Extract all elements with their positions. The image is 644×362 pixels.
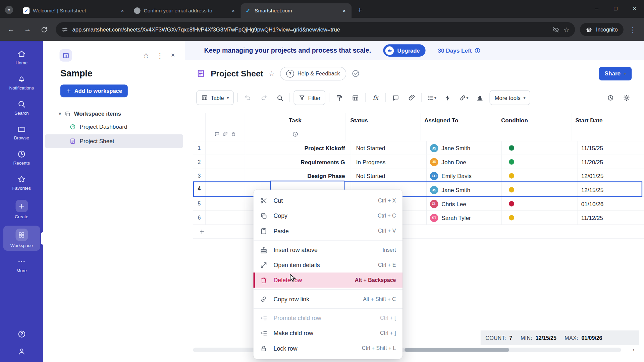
column-header-start-date[interactable]: Start Date: [572, 113, 644, 127]
share-button[interactable]: Share ▾: [599, 67, 632, 80]
row-number[interactable]: 5: [193, 197, 206, 210]
favorite-star-icon[interactable]: ☆: [143, 51, 149, 60]
row-number[interactable]: 6: [193, 211, 206, 224]
eye-off-icon[interactable]: [552, 26, 559, 33]
column-header-task[interactable]: Task: [245, 113, 345, 127]
column-header-status[interactable]: Status: [345, 113, 421, 127]
cell-start-date[interactable]: 12/01/25: [578, 169, 644, 182]
cell-assigned[interactable]: JD John Doe: [427, 155, 502, 169]
minimize-button[interactable]: –: [587, 0, 606, 16]
search-sheet-button[interactable]: [274, 91, 286, 104]
menu-item-insert-row-above[interactable]: Insert row above Insert: [254, 242, 402, 257]
tab-close-icon[interactable]: ×: [230, 7, 237, 14]
tree-item-project-dashboard[interactable]: Project Dashboard: [45, 120, 183, 134]
help-icon[interactable]: [17, 330, 25, 338]
workspace-items-section[interactable]: ▾ Workspace items: [43, 108, 185, 119]
rail-item-browse[interactable]: Browse: [3, 122, 40, 143]
formula-button[interactable]: fx: [369, 91, 382, 104]
cell-format-button[interactable]: [349, 91, 362, 104]
browser-tab-welcome[interactable]: ✓ Welcome! | Smartsheet ×: [19, 3, 130, 18]
row-actions-button[interactable]: ▾: [426, 91, 438, 104]
table-row[interactable]: 2 Requirements G In Progress JD John Doe…: [193, 155, 644, 169]
tab-search-button[interactable]: ▾: [5, 6, 13, 14]
cell-start-date[interactable]: 11/12/25: [578, 211, 644, 224]
cell-condition[interactable]: [502, 155, 578, 169]
rail-item-search[interactable]: Search: [3, 97, 40, 118]
cell-status[interactable]: Not Started: [351, 169, 427, 182]
comment-button[interactable]: [389, 91, 402, 104]
tab-close-icon[interactable]: ×: [341, 7, 347, 14]
cell-assigned[interactable]: CL Chris Lee: [427, 197, 502, 210]
panel-close-icon[interactable]: ×: [171, 51, 175, 59]
menu-item-paste[interactable]: Paste Ctrl + V: [254, 223, 402, 238]
cell-condition[interactable]: [502, 197, 578, 210]
scrollbar-thumb[interactable]: [405, 348, 509, 352]
format-painter-button[interactable]: [333, 91, 345, 104]
cell-assigned[interactable]: ST Sarah Tyler: [427, 211, 502, 224]
menu-item-delete-row[interactable]: Delete row Alt + Backspace: [254, 273, 402, 288]
cell-task[interactable]: Requirements G: [245, 155, 351, 169]
browser-tab-smartsheet-active[interactable]: ✓ Smartsheet.com ×: [241, 3, 352, 18]
site-info-icon[interactable]: [62, 26, 68, 33]
menu-item-make-child-row[interactable]: Make child row Ctrl + ]: [254, 325, 402, 341]
back-button[interactable]: ←: [4, 22, 18, 37]
rail-item-workspace[interactable]: Workspace: [3, 226, 40, 251]
browser-menu-button[interactable]: ⋮: [626, 22, 640, 37]
table-row[interactable]: 3 Design Phase Not Started ED Emily Davi…: [193, 169, 644, 183]
link-button[interactable]: ▾: [458, 91, 470, 104]
redo-button[interactable]: [258, 91, 270, 104]
filter-button[interactable]: Filter: [294, 90, 325, 105]
more-tools-button[interactable]: More tools ▾: [490, 90, 530, 105]
maximize-button[interactable]: □: [606, 0, 625, 16]
rail-item-notifications[interactable]: Notifications: [3, 72, 40, 93]
cell-condition[interactable]: [502, 183, 578, 196]
forward-button[interactable]: →: [20, 22, 35, 37]
menu-item-cut[interactable]: Cut Ctrl + X: [254, 193, 402, 208]
panel-kebab-icon[interactable]: ⋮: [157, 51, 164, 60]
cell-start-date[interactable]: 11/20/25: [578, 155, 644, 169]
row-number[interactable]: 3: [193, 169, 206, 182]
bookmark-star-icon[interactable]: ☆: [564, 26, 570, 34]
cell-condition[interactable]: [502, 211, 578, 224]
menu-item-lock-row[interactable]: Lock row Ctrl + Shift + L: [254, 341, 402, 356]
add-to-workspace-button[interactable]: Add to workspace: [60, 84, 128, 97]
view-switcher-button[interactable]: Table ▾: [196, 90, 234, 105]
column-header-assigned[interactable]: Assigned To: [421, 113, 496, 127]
scroll-right-chevron[interactable]: ›: [633, 346, 635, 353]
rail-item-create[interactable]: Create: [3, 197, 40, 222]
cell-status[interactable]: Not Started: [351, 141, 427, 155]
attachment-column-icon[interactable]: [223, 131, 228, 137]
rail-item-more[interactable]: More: [3, 254, 40, 276]
comment-column-icon[interactable]: [214, 131, 220, 137]
url-text[interactable]: app.smartsheet.com/sheets/Xv4XF3WGXv7qxc…: [72, 26, 548, 33]
automation-button[interactable]: [442, 91, 454, 104]
account-icon[interactable]: [17, 347, 25, 355]
rail-item-home[interactable]: Home: [3, 47, 40, 68]
rail-item-favorites[interactable]: Favorites: [3, 172, 40, 193]
info-icon[interactable]: [292, 131, 298, 137]
row-number[interactable]: 1: [193, 141, 206, 155]
upgrade-button[interactable]: Upgrade: [383, 44, 426, 57]
cell-start-date[interactable]: 01/10/26: [578, 197, 644, 210]
menu-item-copy-row-link[interactable]: Copy row link Alt + Shift + C: [254, 291, 402, 306]
cell-start-date[interactable]: 11/15/25: [578, 141, 644, 155]
menu-item-open-item-details[interactable]: Open item details Ctrl + E: [254, 257, 402, 273]
browser-tab-confirm-email[interactable]: Confirm your email address to ×: [130, 3, 241, 18]
chart-button[interactable]: [474, 91, 486, 104]
cell-assigned[interactable]: JS Jane Smith: [427, 183, 502, 196]
lock-column-icon[interactable]: [231, 131, 236, 137]
rail-item-recents[interactable]: Recents: [3, 147, 40, 168]
cell-assigned[interactable]: JS Jane Smith: [427, 141, 502, 155]
tab-close-icon[interactable]: ×: [119, 7, 126, 14]
activity-log-button[interactable]: [604, 91, 616, 104]
row-number[interactable]: 2: [193, 155, 206, 169]
menu-item-copy[interactable]: Copy Ctrl + C: [254, 208, 402, 223]
cell-condition[interactable]: [502, 169, 578, 182]
trial-days-left[interactable]: 30 Days Left: [438, 47, 480, 54]
cell-assigned[interactable]: ED Emily Davis: [427, 169, 502, 182]
settings-gear-button[interactable]: [620, 91, 633, 104]
selected-row-number[interactable]: 4: [193, 181, 206, 195]
new-tab-button[interactable]: +: [354, 4, 366, 15]
attachment-button[interactable]: [406, 91, 418, 104]
column-header-condition[interactable]: Condition: [496, 113, 572, 127]
